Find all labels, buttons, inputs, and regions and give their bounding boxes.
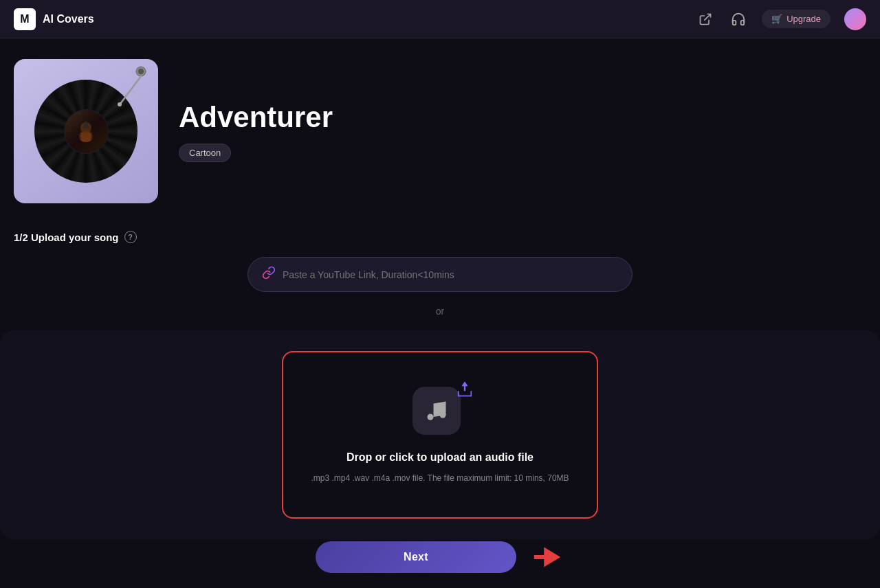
drop-title: Drop or click to upload an audio file bbox=[346, 451, 534, 464]
svg-marker-10 bbox=[534, 547, 560, 567]
or-divider: or bbox=[14, 306, 866, 317]
song-tag: Cartoon bbox=[179, 144, 231, 162]
song-info: Adventurer Cartoon bbox=[179, 101, 333, 162]
headphones-icon[interactable] bbox=[729, 10, 748, 29]
cart-icon: 🛒 bbox=[771, 14, 782, 24]
disc-label bbox=[65, 110, 108, 153]
arrow-right-icon bbox=[530, 540, 564, 574]
drop-zone[interactable]: Drop or click to upload an audio file .m… bbox=[282, 351, 598, 519]
drop-subtitle: .mp3 .mp4 .wav .m4a .mov file. The file … bbox=[311, 473, 569, 483]
next-button[interactable]: Next bbox=[316, 541, 516, 573]
main-content: Adventurer Cartoon 1/2 Upload your song … bbox=[0, 38, 880, 553]
stylus-arm bbox=[110, 66, 148, 111]
header-left: M AI Covers bbox=[14, 8, 94, 30]
drop-zone-container: Drop or click to upload an audio file .m… bbox=[0, 330, 880, 539]
step-text: 1/2 Upload your song bbox=[14, 231, 119, 243]
music-note-icon bbox=[412, 387, 461, 435]
song-title: Adventurer bbox=[179, 101, 333, 134]
header: M AI Covers 🛒 Upgrade bbox=[0, 0, 880, 38]
youtube-input[interactable] bbox=[283, 269, 618, 280]
svg-point-5 bbox=[138, 69, 144, 74]
vinyl-illustration bbox=[21, 66, 151, 196]
bottom-area: Next bbox=[0, 526, 880, 588]
logo-box: M bbox=[14, 8, 36, 30]
album-art bbox=[14, 59, 158, 203]
link-icon bbox=[262, 266, 276, 283]
svg-line-6 bbox=[120, 76, 141, 104]
header-right: 🛒 Upgrade bbox=[696, 8, 866, 30]
disc-inner bbox=[64, 109, 109, 154]
avatar[interactable] bbox=[844, 8, 866, 30]
upgrade-button[interactable]: 🛒 Upgrade bbox=[762, 10, 830, 28]
song-header: Adventurer Cartoon bbox=[14, 59, 866, 203]
app-title: AI Covers bbox=[43, 13, 94, 25]
svg-point-7 bbox=[118, 102, 122, 106]
upload-step-label: 1/2 Upload your song ? bbox=[14, 231, 866, 243]
share-icon[interactable] bbox=[696, 10, 715, 29]
help-icon[interactable]: ? bbox=[124, 231, 137, 243]
svg-point-9 bbox=[440, 412, 446, 418]
svg-line-0 bbox=[704, 14, 710, 20]
upload-arrow-icon bbox=[455, 380, 474, 404]
youtube-input-wrapper[interactable] bbox=[248, 257, 632, 292]
svg-point-8 bbox=[428, 414, 434, 420]
music-icon-wrapper bbox=[412, 387, 468, 442]
